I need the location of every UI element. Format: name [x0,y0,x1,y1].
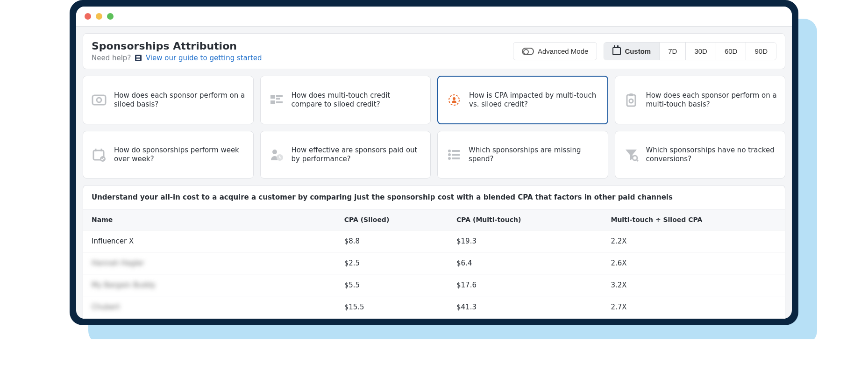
cpa-table: Name CPA (Siloed) CPA (Multi-touch) Mult… [83,209,785,319]
funnel-search-icon [623,147,640,162]
cell-cpa-siloed: $5.5 [336,274,448,296]
eye-icon [91,93,107,107]
calendar-icon [612,47,621,55]
col-mt[interactable]: CPA (Multi-touch) [448,209,602,230]
table-row[interactable]: Hannah Hagler $2.5 $6.4 2.6X [83,252,785,274]
question-card-missing-spend[interactable]: Which sponsorships are missing spend? [437,131,608,179]
minimize-icon[interactable] [96,13,102,20]
clipboard-icon [623,93,640,107]
range-60d-button[interactable]: 60D [716,43,747,60]
advanced-mode-button[interactable]: Advanced Mode [513,42,597,60]
question-card-mt-perf[interactable]: How does each sponsor perform on a multi… [615,76,786,124]
app-window: Sponsorships Attribution Need help? View… [76,7,792,319]
advanced-mode-label: Advanced Mode [538,47,588,55]
table-row[interactable]: My Bargain Buddy $5.5 $17.6 3.2X [83,274,785,296]
calendar-check-icon [91,147,107,162]
cell-cpa-mt: $6.4 [448,252,602,274]
question-text: How does each sponsor perform on a siloe… [114,91,246,109]
cell-cpa-mt: $41.3 [448,296,602,318]
window-frame: Sponsorships Attribution Need help? View… [70,0,798,325]
date-range-group: Custom 7D 30D 60D 90D [604,42,776,60]
cell-cpa-siloed: $2.5 [336,252,448,274]
question-card-week-over-week[interactable]: How do sponsorships perform week over we… [83,131,254,179]
guide-link[interactable]: View our guide to getting started [146,54,262,62]
page-title: Sponsorships Attribution [92,40,262,52]
list-icon [445,147,462,162]
question-card-paid-perf[interactable]: How effective are sponsors paid out by p… [260,131,431,179]
range-custom-button[interactable]: Custom [604,43,660,60]
col-name[interactable]: Name [83,209,336,230]
table-row[interactable]: Influencer X $8.8 $19.3 2.2X [83,230,785,252]
cell-ratio: 3.2X [602,274,785,296]
cell-cpa-siloed: $8.8 [336,230,448,252]
cell-name: Influencer X [92,237,134,245]
blocks-icon [268,93,285,107]
cell-cpa-mt: $17.6 [448,274,602,296]
question-text: Which sponsorships are missing spend? [469,146,600,164]
page-header: Sponsorships Attribution Need help? View… [83,33,785,69]
range-30d-button[interactable]: 30D [686,43,716,60]
question-card-mt-vs-siloed-credit[interactable]: How does multi-touch credit compare to s… [260,76,431,124]
cell-ratio: 2.6X [602,252,785,274]
table-row[interactable]: Chubert $15.5 $41.3 2.7X [83,296,785,318]
cell-cpa-siloed: $15.5 [336,296,448,318]
question-text: How does multi-touch credit compare to s… [292,91,423,109]
question-text: How is CPA impacted by multi-touch vs. s… [469,91,600,109]
help-prefix: Need help? [92,54,131,62]
cell-ratio: 2.2X [602,230,785,252]
question-text: Which sponsorships have no tracked conve… [646,146,778,164]
cell-ratio: 2.7X [602,296,785,318]
cell-name: My Bargain Buddy [92,281,156,289]
col-ratio[interactable]: Multi-touch ÷ Siloed CPA [602,209,785,230]
window-titlebar [76,7,792,27]
toggle-icon [522,48,534,55]
cell-name: Chubert [92,303,120,311]
cell-name: Hannah Hagler [92,259,144,267]
question-text: How effective are sponsors paid out by p… [292,146,423,164]
col-siloed[interactable]: CPA (Siloed) [336,209,448,230]
question-text: How does each sponsor perform on a multi… [646,91,778,109]
question-text: How do sponsorships perform week over we… [114,146,246,164]
book-icon [135,55,142,61]
question-card-cpa-impact[interactable]: How is CPA impacted by multi-touch vs. s… [437,76,608,124]
cell-cpa-mt: $19.3 [448,230,602,252]
maximize-icon[interactable] [107,13,114,20]
person-clock-icon [268,147,285,162]
question-grid: How does each sponsor perform on a siloe… [83,76,785,179]
section-headline: Understand your all-in cost to a acquire… [83,185,785,209]
help-line: Need help? View our guide to getting sta… [92,54,262,62]
target-icon [446,93,462,107]
question-card-siloed-perf[interactable]: How does each sponsor perform on a siloe… [83,76,254,124]
range-90d-button[interactable]: 90D [746,43,776,60]
range-7d-button[interactable]: 7D [660,43,686,60]
question-card-no-conversions[interactable]: Which sponsorships have no tracked conve… [615,131,786,179]
close-icon[interactable] [85,13,91,20]
